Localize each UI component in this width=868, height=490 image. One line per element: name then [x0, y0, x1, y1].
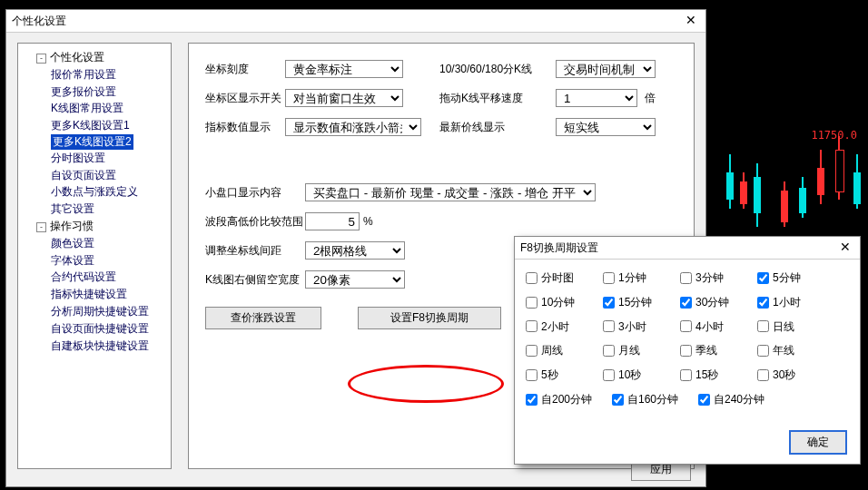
f8-dialog: F8切换周期设置 ✕ 分时图1分钟3分钟5分钟10分钟15分钟30分钟1小时2小…	[514, 236, 861, 465]
select-xpkxs[interactable]: 买卖盘口 - 最新价 现量 - 成交量 - 涨跌 - 增仓 开平	[305, 183, 596, 201]
tree-item[interactable]: 颜色设置	[51, 235, 167, 252]
dialog-title: 个性化设置	[12, 14, 66, 29]
period-checkbox[interactable]: 3小时	[603, 319, 680, 335]
tree-item[interactable]: 其它设置	[51, 201, 167, 218]
label-1030: 10/30/60/180分K线	[439, 62, 556, 77]
select-zbszxs[interactable]: 显示数值和涨跌小箭头	[285, 118, 421, 136]
tree-item[interactable]: 更多K线图设置1	[51, 117, 167, 134]
titlebar: 个性化设置 ✕	[6, 10, 705, 33]
tree-item[interactable]: K线图常用设置	[51, 100, 167, 117]
label-zbkd: 坐标刻度	[205, 62, 285, 77]
btn-f8[interactable]: 设置F8切换周期	[358, 307, 501, 329]
period-checkbox[interactable]: 1分钟	[603, 270, 680, 286]
label-xpkxs: 小盘口显示内容	[205, 185, 305, 201]
label-pct: %	[363, 214, 373, 230]
label-drag: 拖动K线平移速度	[439, 91, 556, 106]
period-checkbox[interactable]: 2小时	[526, 319, 603, 335]
period-checkbox[interactable]: 年线	[757, 343, 834, 358]
period-checkbox[interactable]: 10分钟	[526, 295, 603, 310]
highlight-ring	[348, 365, 504, 403]
btn-ok[interactable]: 确定	[789, 430, 847, 455]
period-checkbox[interactable]: 分时图	[526, 270, 603, 286]
period-checkbox[interactable]: 1小时	[757, 295, 834, 310]
btn-cjzd[interactable]: 查价涨跌设置	[205, 307, 321, 329]
period-checkbox[interactable]: 月线	[603, 343, 680, 358]
tree-item[interactable]: 字体设置	[51, 252, 167, 270]
select-drag[interactable]: 1	[556, 89, 637, 107]
tree-item[interactable]: 分析周期快捷键设置	[51, 303, 167, 320]
label-kxylk: K线图右侧留空宽度	[205, 272, 305, 288]
label-last: 最新价线显示	[439, 120, 556, 135]
label-bdgd: 波段高低价比较范围	[205, 214, 305, 230]
tree-item[interactable]: 分时图设置	[51, 150, 167, 167]
period-checkbox[interactable]: 30秒	[757, 368, 834, 383]
period-checkbox[interactable]: 自240分钟	[698, 392, 784, 407]
label-zbszxs: 指标数值显示	[205, 120, 285, 135]
f8-titlebar: F8切换周期设置 ✕	[515, 237, 860, 260]
select-last[interactable]: 短实线	[556, 118, 656, 136]
tree-root-1[interactable]: -个性化设置	[36, 49, 167, 66]
close-icon[interactable]: ✕	[682, 12, 700, 30]
period-checkbox[interactable]: 30分钟	[680, 295, 757, 310]
select-tzzb[interactable]: 2根网格线	[305, 241, 405, 260]
tree-root-2[interactable]: -操作习惯	[36, 218, 167, 235]
period-checkbox[interactable]: 季线	[680, 343, 757, 358]
select-1030[interactable]: 交易时间机制	[556, 60, 656, 78]
label-bei: 倍	[645, 91, 656, 106]
period-grid: 分时图1分钟3分钟5分钟10分钟15分钟30分钟1小时2小时3小时4小时日线周线…	[515, 260, 860, 407]
period-checkbox[interactable]: 5分钟	[757, 270, 834, 286]
period-checkbox[interactable]: 自160分钟	[612, 392, 698, 407]
tree-item[interactable]: 小数点与涨跌定义	[51, 183, 167, 201]
period-checkbox[interactable]: 15秒	[680, 368, 757, 383]
tree-item[interactable]: 指标快捷键设置	[51, 286, 167, 303]
period-checkbox[interactable]: 自200分钟	[526, 392, 612, 407]
f8-title: F8切换周期设置	[520, 240, 598, 256]
period-checkbox[interactable]: 4小时	[680, 319, 757, 335]
nav-tree: -个性化设置报价常用设置更多报价设置K线图常用设置更多K线图设置1更多K线图设置…	[17, 43, 172, 469]
label-zbqxkkg: 坐标区显示开关	[205, 91, 285, 106]
tree-item[interactable]: 更多报价设置	[51, 83, 167, 101]
tree-item[interactable]: 合约代码设置	[51, 269, 167, 286]
price-label: 11750.0	[811, 129, 857, 142]
period-checkbox[interactable]: 5秒	[526, 368, 603, 383]
tree-item[interactable]: 更多K线图设置2	[51, 134, 133, 150]
tree-item[interactable]: 自设页面设置	[51, 167, 167, 184]
period-checkbox[interactable]: 日线	[757, 319, 834, 335]
label-tzzb: 调整坐标线间距	[205, 243, 305, 259]
period-checkbox[interactable]: 15分钟	[603, 295, 680, 310]
tree-item[interactable]: 自设页面快捷键设置	[51, 320, 167, 338]
tree-item[interactable]: 自建板块快捷键设置	[51, 338, 167, 355]
period-checkbox[interactable]: 10秒	[603, 368, 680, 383]
select-kxylk[interactable]: 20像素	[305, 270, 405, 289]
period-checkbox[interactable]: 周线	[526, 343, 603, 358]
close-icon[interactable]: ✕	[836, 239, 854, 257]
input-bdgd[interactable]	[305, 212, 360, 230]
period-checkbox[interactable]: 3分钟	[680, 270, 757, 286]
select-zbkd[interactable]: 黄金率标注	[285, 60, 403, 78]
select-zbqxkkg[interactable]: 对当前窗口生效	[285, 89, 403, 107]
tree-item[interactable]: 报价常用设置	[51, 66, 167, 83]
